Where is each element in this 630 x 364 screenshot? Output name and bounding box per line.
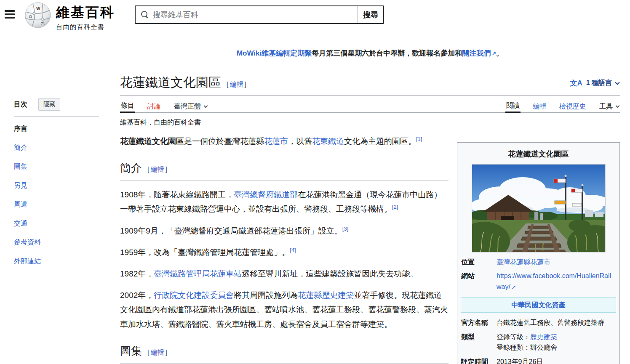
section-heading-text: 簡介 <box>120 162 142 174</box>
article-link[interactable]: 行政院文化建設委員會 <box>154 291 234 300</box>
bold-text: 花蓮鐵道文化園區 <box>120 137 184 146</box>
toc-header: 目次 隱藏 <box>14 98 99 117</box>
text: 每月第三個星期六於台中舉辦，歡迎報名參加和 <box>312 49 462 57</box>
reference-link[interactable]: [1] <box>416 136 422 142</box>
toc-list: 序言簡介圖集另見周遭交通參考資料外部連結 <box>14 125 99 266</box>
tab-read[interactable]: 閱讀 <box>505 100 521 113</box>
infobox-label: 網站 <box>461 271 497 292</box>
infobox-row: 類型登錄等級：歷史建築登錄種類：辦公廳舍 <box>460 330 617 355</box>
bracket: ] <box>165 166 167 173</box>
infobox: 花蓮鐵道文化園區 <box>457 142 620 364</box>
bracket: [ <box>147 166 149 173</box>
external-link-icon: ↗ <box>491 50 496 57</box>
infobox-title: 花蓮鐵道文化園區 <box>460 144 617 164</box>
reference-link[interactable]: [2] <box>392 204 398 210</box>
site-wordmark: 維基百科 <box>56 3 115 22</box>
infobox-link[interactable]: 中華民國文化資產 <box>512 301 566 308</box>
article-content: 維基百科，自由的百科全書 花蓮鐵道文化園區是一個位於臺灣花蓮縣花蓮市，以舊花東鐵… <box>120 114 448 364</box>
paragraph: 1982年，臺灣鐵路管理局花蓮車站遷移至豐川新址，這些建築設施皆因此失去功能。 <box>120 267 448 281</box>
wiki-tagline: 維基百科，自由的百科全書 <box>120 118 448 127</box>
infobox-section-header: 中華民國文化資產 <box>461 297 616 313</box>
text: 是一個位於臺灣花蓮縣 <box>184 137 264 146</box>
language-count-label: 1 種語言 <box>586 79 612 88</box>
article-link[interactable]: 臺灣總督府鐵道部 <box>234 190 298 199</box>
infobox-label: 官方名稱 <box>461 317 497 328</box>
reference-anchor[interactable]: [1] <box>416 136 422 142</box>
text: 1982年， <box>120 269 154 278</box>
site-subtitle: 自由的百科全書 <box>56 23 115 31</box>
search-icon <box>141 11 149 19</box>
section-edit-link[interactable]: [編輯] <box>146 349 168 356</box>
toc-item-surroundings[interactable]: 周遭 <box>14 200 99 209</box>
paragraph: 1909年9月，「臺灣總督府交通局鐵道部花蓮港出張所」設立。[3] <box>120 224 448 238</box>
tab-label: 工具 <box>599 102 613 111</box>
article-link[interactable]: 花蓮市 <box>264 137 288 146</box>
site-header: W Ω 7 維基百科 自由的百科全書 搜尋 <box>0 0 630 29</box>
infobox-link[interactable]: 臺灣花蓮縣花蓮市 <box>497 258 550 266</box>
section-heading: 圖集[編輯] <box>120 344 448 364</box>
infobox-link[interactable]: 歷史建築 <box>530 333 557 340</box>
banner-link[interactable]: 關注我們 <box>462 49 491 57</box>
reference-link[interactable]: [3] <box>342 225 348 231</box>
text: 登錄等級： <box>497 333 530 340</box>
section-edit-link[interactable]: [編輯] <box>146 166 168 173</box>
tab-label: 閱讀 <box>506 101 520 110</box>
infobox-row: 網站https://www.facebook.com/HualienRailwa… <box>460 269 617 294</box>
text: 文化為主題的園區。 <box>344 137 416 146</box>
text: 台鐵花蓮舊工務段、舊警務段建築群 <box>497 319 604 326</box>
search-input[interactable] <box>149 6 358 23</box>
toc-item-preface[interactable]: 序言 <box>14 125 99 133</box>
search-button[interactable]: 搜尋 <box>358 6 383 23</box>
article-link[interactable]: 臺灣鐵路管理局花蓮車站 <box>154 269 242 278</box>
infobox-label: 類型 <box>461 332 497 353</box>
language-selector[interactable]: 文A 1 種語言 <box>570 78 619 88</box>
infobox-value-line: 登錄種類：辦公廳舍 <box>497 342 616 353</box>
text: 將其周圍設施列為 <box>234 291 298 300</box>
tab-history[interactable]: 檢視歷史 <box>558 100 587 113</box>
chevron-down-icon <box>615 80 619 85</box>
infobox-row: 評定時間2013年9月26日 <box>460 355 617 364</box>
toc-item-gallery[interactable]: 圖集 <box>14 162 99 171</box>
reference-anchor[interactable]: [2] <box>392 204 398 210</box>
infobox-value: 台鐵花蓮舊工務段、舊警務段建築群 <box>497 317 616 328</box>
reference-anchor[interactable]: [3] <box>342 225 348 231</box>
bracket: ] <box>165 349 167 356</box>
infobox-rows: 位置臺灣花蓮縣花蓮市網站https://www.facebook.com/Hua… <box>460 255 617 364</box>
toc-item-overview[interactable]: 簡介 <box>14 143 99 152</box>
toc-item-references[interactable]: 參考資料 <box>14 238 99 247</box>
toc-heading: 目次 <box>14 100 27 109</box>
infobox-value-line: 登錄等級：歷史建築 <box>497 332 616 343</box>
reference-anchor[interactable]: [4] <box>290 247 296 253</box>
edit-anchor[interactable]: 編輯 <box>150 349 164 356</box>
table-of-contents: 目次 隱藏 序言簡介圖集另見周遭交通參考資料外部連結 <box>14 98 99 276</box>
banner-link[interactable]: MoWiki維基編輯定期聚 <box>237 49 312 57</box>
text: 。 <box>496 49 503 57</box>
toc-hide-button[interactable]: 隱藏 <box>38 98 60 111</box>
tab-talk[interactable]: 討論 <box>147 100 162 113</box>
tab-label: 討論 <box>147 102 161 111</box>
language-icon: 文A <box>570 78 582 88</box>
infobox-image[interactable] <box>472 164 606 252</box>
toc-item-transport[interactable]: 交通 <box>14 219 99 228</box>
toc-item-external-links[interactable]: 外部連結 <box>14 257 99 266</box>
tab-label: 檢視歷史 <box>559 102 586 111</box>
wikipedia-logo[interactable]: W Ω 7 維基百科 自由的百科全書 <box>24 1 52 29</box>
article-link[interactable]: 花東鐵道 <box>312 137 344 146</box>
section-heading: 簡介[編輯] <box>120 161 448 181</box>
menu-button[interactable] <box>5 10 16 19</box>
infobox-value: 2013年9月26日 <box>497 356 616 364</box>
text: 1909年9月，「臺灣總督府交通局鐵道部花蓮港出張所」設立。 <box>120 226 342 235</box>
paragraph: 1908年，隨著花東線鐵路開工，臺灣總督府鐵道部在花蓮港街黑金通（現今花蓮市中山… <box>120 188 448 216</box>
title-edit-link[interactable]: [編輯] <box>225 81 248 88</box>
tab-edit[interactable]: 編輯 <box>532 100 547 113</box>
reference-link[interactable]: [4] <box>290 247 296 253</box>
text: 1908年，隨著花東線鐵路開工， <box>120 190 234 199</box>
tab-tools[interactable]: 工具 <box>598 100 620 113</box>
chevron-down-icon <box>204 104 208 108</box>
tab-article[interactable]: 條目 <box>120 100 135 113</box>
edit-anchor[interactable]: 編輯 <box>150 166 164 173</box>
article-link[interactable]: 花蓮縣歷史建築 <box>298 291 354 300</box>
tab-variant[interactable]: 臺灣正體 <box>173 100 208 113</box>
section-heading-text: 圖集 <box>120 345 142 357</box>
toc-item-see-also[interactable]: 另見 <box>14 181 99 190</box>
